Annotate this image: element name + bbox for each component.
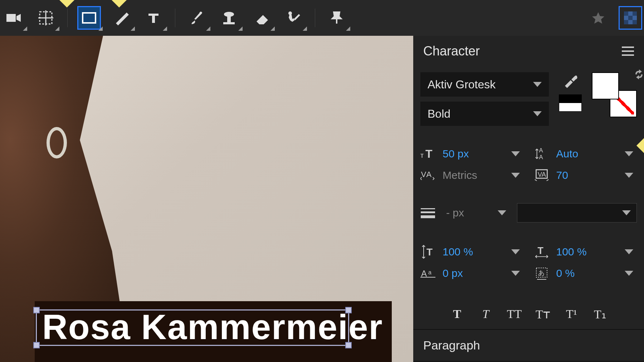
leading-field[interactable]: Auto bbox=[553, 145, 637, 163]
photo-earring bbox=[47, 127, 67, 158]
font-family-select[interactable]: Aktiv Grotesk bbox=[420, 72, 549, 97]
vertical-scale-icon: T bbox=[420, 244, 435, 259]
character-panel: Character Aktiv Grotesk Bold bbox=[413, 36, 644, 362]
svg-text:T: T bbox=[425, 147, 433, 160]
chevron-down-icon bbox=[625, 271, 633, 276]
svg-rect-24 bbox=[421, 208, 435, 209]
eraser-tool[interactable] bbox=[250, 7, 272, 29]
chevron-down-icon bbox=[511, 173, 520, 178]
paragraph-section[interactable]: Paragraph bbox=[413, 329, 644, 361]
stroke-width-icon bbox=[420, 205, 435, 220]
swap-colors-icon[interactable] bbox=[634, 69, 644, 81]
chevron-down-icon bbox=[625, 249, 633, 254]
chevron-down-icon bbox=[533, 111, 542, 116]
toolbar-separator bbox=[175, 9, 175, 27]
handle-top-right[interactable] bbox=[345, 307, 352, 313]
clone-stamp-tool[interactable] bbox=[218, 7, 240, 29]
eyedropper-icon[interactable] bbox=[562, 72, 579, 90]
baseline-shift-icon: Aa bbox=[420, 266, 435, 281]
tracking-field[interactable]: 70 bbox=[553, 166, 637, 185]
panel-title: Character bbox=[423, 44, 480, 59]
svg-text:A: A bbox=[539, 153, 543, 161]
roto-brush-tool[interactable] bbox=[283, 7, 304, 29]
black-white-swatch[interactable] bbox=[559, 94, 582, 112]
font-weight-value: Bold bbox=[428, 107, 450, 121]
svg-text:T: T bbox=[537, 245, 543, 256]
handle-bottom-left[interactable] bbox=[33, 342, 40, 348]
fill-stroke-swatch[interactable] bbox=[592, 72, 637, 117]
svg-rect-12 bbox=[633, 11, 637, 16]
camera-tool[interactable] bbox=[3, 7, 24, 29]
svg-rect-0 bbox=[6, 14, 16, 22]
small-caps-button[interactable]: Tᴛ bbox=[533, 304, 553, 324]
chevron-down-icon bbox=[533, 82, 542, 87]
chevron-down-icon bbox=[511, 249, 520, 254]
handle-bottom-right[interactable] bbox=[345, 342, 352, 348]
toolbar-separator bbox=[315, 9, 315, 27]
chevron-down-icon bbox=[511, 271, 520, 276]
svg-rect-14 bbox=[624, 20, 628, 24]
text-selection-bounds[interactable] bbox=[36, 309, 349, 346]
svg-text:A: A bbox=[539, 147, 543, 154]
chevron-down-icon bbox=[511, 151, 520, 156]
all-caps-button[interactable]: TT bbox=[504, 304, 525, 324]
faux-bold-button[interactable]: T bbox=[447, 304, 467, 324]
stroke-style-select[interactable] bbox=[517, 203, 637, 222]
svg-text:あ: あ bbox=[538, 269, 545, 277]
stroke-width-field[interactable]: - px bbox=[443, 204, 510, 222]
toolbar-separator bbox=[67, 9, 68, 27]
panel-menu-icon[interactable] bbox=[622, 47, 634, 56]
kerning-icon: VA bbox=[420, 168, 435, 183]
rectangle-tool[interactable] bbox=[78, 7, 100, 29]
tsume-field[interactable]: 0 % bbox=[553, 264, 637, 283]
horizontal-scale-field[interactable]: 100 % bbox=[553, 243, 637, 261]
svg-rect-5 bbox=[83, 13, 96, 23]
pen-tool[interactable] bbox=[111, 7, 132, 29]
font-family-value: Aktiv Grotesk bbox=[428, 78, 496, 91]
chevron-down-icon bbox=[625, 151, 633, 156]
svg-text:A: A bbox=[426, 170, 431, 179]
composition-canvas[interactable]: Rosa Kammermeier bbox=[0, 36, 413, 362]
kerning-field[interactable]: Metrics bbox=[439, 166, 523, 185]
transparency-grid-icon[interactable] bbox=[620, 7, 641, 29]
horizontal-scale-icon: T bbox=[534, 244, 549, 259]
svg-text:т: т bbox=[420, 151, 424, 159]
tracking-icon: VA bbox=[534, 168, 549, 183]
svg-rect-15 bbox=[633, 20, 637, 24]
svg-text:T: T bbox=[426, 246, 433, 258]
chevron-down-icon bbox=[622, 210, 631, 215]
font-size-icon: тT bbox=[420, 146, 435, 161]
superscript-button[interactable]: T¹ bbox=[562, 304, 582, 324]
svg-rect-13 bbox=[628, 16, 633, 20]
fill-color-swatch[interactable] bbox=[592, 72, 619, 99]
svg-text:a: a bbox=[428, 269, 431, 275]
region-tool[interactable] bbox=[35, 7, 57, 29]
svg-text:V: V bbox=[421, 170, 426, 179]
tsume-icon: あ bbox=[534, 266, 549, 281]
faux-style-row: T T TT Tᴛ T¹ T₁ bbox=[413, 299, 644, 329]
svg-point-9 bbox=[288, 11, 292, 15]
pin-tool[interactable] bbox=[326, 7, 347, 29]
subscript-button[interactable]: T₁ bbox=[590, 304, 610, 324]
svg-point-8 bbox=[224, 12, 234, 17]
leading-icon: AA bbox=[534, 146, 549, 161]
svg-marker-1 bbox=[16, 14, 21, 22]
faux-italic-button[interactable]: T bbox=[476, 304, 496, 324]
brush-tool[interactable] bbox=[186, 7, 208, 29]
svg-rect-25 bbox=[421, 211, 435, 213]
vertical-scale-field[interactable]: 100 % bbox=[439, 243, 523, 261]
type-tool[interactable] bbox=[143, 7, 164, 29]
chevron-down-icon bbox=[625, 173, 633, 178]
star-icon[interactable] bbox=[587, 7, 609, 29]
svg-rect-26 bbox=[421, 215, 435, 218]
tools-toolbar bbox=[0, 0, 644, 36]
chevron-down-icon bbox=[498, 210, 506, 215]
baseline-shift-field[interactable]: 0 px bbox=[439, 264, 523, 283]
svg-text:VA: VA bbox=[538, 171, 546, 178]
handle-top-left[interactable] bbox=[33, 307, 40, 313]
svg-text:A: A bbox=[421, 269, 427, 278]
font-weight-select[interactable]: Bold bbox=[420, 102, 549, 126]
svg-rect-6 bbox=[223, 22, 235, 24]
svg-rect-11 bbox=[624, 11, 628, 16]
font-size-field[interactable]: 50 px bbox=[439, 145, 523, 163]
